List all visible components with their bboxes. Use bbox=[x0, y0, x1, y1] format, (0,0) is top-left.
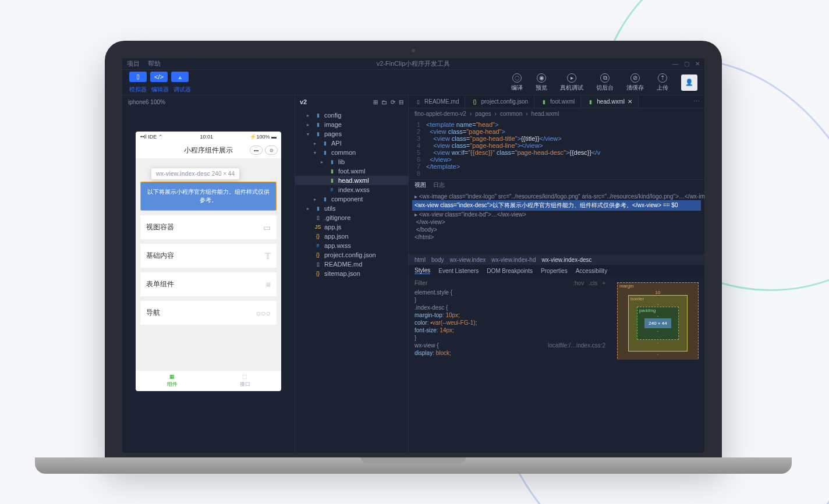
minimize-icon[interactable]: — bbox=[672, 61, 678, 67]
tree-item[interactable]: {}app.json bbox=[295, 232, 408, 241]
tree-item[interactable]: ▸▮lib bbox=[295, 157, 408, 166]
breadcrumb: fino-applet-demo-v2 › pages › common › h… bbox=[409, 108, 704, 119]
mode-simulator-button[interactable]: ▯ bbox=[129, 72, 147, 82]
maximize-icon[interactable]: ▢ bbox=[684, 61, 689, 67]
tree-item[interactable]: ▸▮image bbox=[295, 120, 408, 129]
mode-editor-button[interactable]: </> bbox=[150, 72, 168, 82]
nav-title: 小程序组件展示 bbox=[184, 145, 233, 155]
explorer-root[interactable]: v2 bbox=[300, 98, 307, 105]
selected-element[interactable]: 以下将展示小程序官方组件能力。组件样式仅供参考。 bbox=[140, 182, 277, 211]
status-signal: ••Il IDE ⌃ bbox=[140, 134, 163, 140]
avatar[interactable]: 👤 bbox=[681, 74, 697, 91]
dom-path-segment[interactable]: body bbox=[431, 257, 444, 263]
cls-toggle[interactable]: .cls bbox=[589, 280, 597, 286]
status-battery: ⚡100% ▬ bbox=[250, 134, 277, 140]
device-label: iphone6 100% bbox=[128, 99, 165, 105]
mode-label-debugger: 调试器 bbox=[173, 86, 191, 94]
editor-tabbar: ▯README.md{}project.config.json▮foot.wxm… bbox=[409, 95, 704, 108]
background-button[interactable]: ⧉切后台 bbox=[596, 73, 614, 92]
style-filter-input[interactable] bbox=[414, 280, 568, 286]
tab-close-icon[interactable]: ✕ bbox=[628, 98, 632, 105]
tree-item[interactable]: #app.wxss bbox=[295, 241, 408, 250]
mode-debugger-button[interactable]: ⟁ bbox=[171, 72, 189, 82]
editor-tab[interactable]: ▮head.wxml ✕ bbox=[581, 95, 639, 108]
tree-item[interactable]: ▾▮common bbox=[295, 148, 408, 157]
tree-item[interactable]: {}sitemap.json bbox=[295, 269, 408, 278]
tree-item[interactable]: JSapp.js bbox=[295, 222, 408, 232]
devtools-tab-elements[interactable]: 视图 bbox=[414, 181, 426, 189]
tree-item[interactable]: ▸▮config bbox=[295, 111, 408, 120]
box-model: margin 10 border - padding - 240 × 4 bbox=[611, 276, 704, 360]
dom-tree[interactable]: ▸ <wx-image class="index-logo" src="../r… bbox=[409, 190, 704, 254]
clear-cache-button[interactable]: ⊘清缓存 bbox=[626, 73, 644, 92]
refresh-icon[interactable]: ⟳ bbox=[391, 99, 395, 105]
preview-button[interactable]: ◉预览 bbox=[536, 73, 547, 92]
tree-item[interactable]: ▾▮pages bbox=[295, 129, 408, 139]
style-tab[interactable]: Styles bbox=[414, 267, 430, 274]
element-tooltip: wx-view.index-desc 240 × 44 bbox=[151, 168, 240, 180]
close-icon[interactable]: ✕ bbox=[695, 61, 700, 67]
remote-debug-button[interactable]: ▸真机调试 bbox=[560, 73, 583, 92]
phone-tab-1[interactable]: ⬚接口 bbox=[208, 371, 281, 391]
dom-path[interactable]: htmlbodywx-view.indexwx-view.index-hdwx-… bbox=[409, 254, 704, 265]
styles-panel[interactable]: :hov .cls + element.style {}.index-desc … bbox=[409, 276, 611, 360]
toolbar: ▯ </> ⟁ 模拟器 编辑器 调试器 ◌编译 ◉预览 ▸真机调试 ⧉切后台 bbox=[122, 70, 704, 95]
menu-project[interactable]: 项目 bbox=[127, 59, 140, 68]
mode-label-editor: 编辑器 bbox=[151, 86, 169, 94]
style-tab[interactable]: Properties bbox=[541, 268, 568, 274]
nav-more-button[interactable]: ••• bbox=[250, 145, 263, 155]
breadcrumb-segment[interactable]: fino-applet-demo-v2 bbox=[414, 111, 466, 117]
dom-path-segment[interactable]: wx-view.index-desc bbox=[541, 257, 591, 263]
menu-item-2[interactable]: 表单组件≡ bbox=[140, 272, 277, 296]
nav-close-button[interactable]: ⊙ bbox=[265, 145, 278, 155]
simulator-pane: iphone6 100% ••Il IDE ⌃ 10:01 ⚡100% ▬ 小程… bbox=[122, 95, 295, 453]
collapse-icon[interactable]: ⊟ bbox=[399, 99, 403, 105]
dom-path-segment[interactable]: wx-view.index-hd bbox=[491, 257, 536, 263]
menu-item-0[interactable]: 视图容器▭ bbox=[140, 215, 277, 239]
editor-tab[interactable]: ▯README.md bbox=[409, 95, 465, 108]
menu-item-3[interactable]: 导航○○○ bbox=[140, 301, 277, 325]
tree-item[interactable]: ▸▮API bbox=[295, 139, 408, 148]
menu-help[interactable]: 帮助 bbox=[148, 59, 161, 68]
devtools-tab-console[interactable]: 日志 bbox=[433, 181, 445, 189]
status-time: 10:01 bbox=[200, 134, 213, 140]
dom-path-segment[interactable]: wx-view.index bbox=[450, 257, 486, 263]
breadcrumb-segment[interactable]: pages bbox=[475, 111, 491, 117]
hov-toggle[interactable]: :hov bbox=[573, 280, 584, 286]
new-folder-icon[interactable]: 🗀 bbox=[381, 99, 387, 105]
tree-item[interactable]: #index.wxss bbox=[295, 185, 408, 194]
editor-tab[interactable]: ▮foot.wxml bbox=[534, 95, 581, 108]
add-rule-icon[interactable]: + bbox=[602, 280, 605, 286]
style-tab[interactable]: DOM Breakpoints bbox=[487, 268, 533, 274]
tree-item[interactable]: ▮foot.wxml bbox=[295, 166, 408, 176]
mode-label-simulator: 模拟器 bbox=[129, 86, 147, 94]
dom-path-segment[interactable]: html bbox=[414, 257, 426, 263]
tree-item[interactable]: {}project.config.json bbox=[295, 250, 408, 260]
devtools: 视图 日志 ▸ <wx-image class="index-logo" src… bbox=[409, 179, 704, 360]
file-explorer: v2 ⊞ 🗀 ⟳ ⊟ ▸▮config▸▮image▾▮pages▸▮API▾▮… bbox=[295, 95, 409, 453]
tree-item[interactable]: ▸▮utils bbox=[295, 204, 408, 213]
tab-overflow-icon[interactable]: ⋯ bbox=[689, 95, 704, 108]
style-tab[interactable]: Event Listeners bbox=[438, 268, 479, 274]
style-tab[interactable]: Accessibility bbox=[576, 268, 607, 274]
compile-button[interactable]: ◌编译 bbox=[511, 73, 523, 92]
app-window: 项目 帮助 v2-FinClip小程序开发工具 — ▢ ✕ ▯ </> ⟁ bbox=[122, 58, 704, 453]
tree-item[interactable]: ▸▮component bbox=[295, 194, 408, 204]
menu-item-1[interactable]: 基础内容𝕋 bbox=[140, 244, 277, 268]
editor-tab[interactable]: {}project.config.json bbox=[465, 95, 534, 108]
upload-button[interactable]: ⇡上传 bbox=[657, 73, 668, 92]
new-file-icon[interactable]: ⊞ bbox=[373, 99, 378, 105]
laptop-mockup: 项目 帮助 v2-FinClip小程序开发工具 — ▢ ✕ ▯ </> ⟁ bbox=[105, 41, 722, 460]
tree-item[interactable]: ▯README.md bbox=[295, 260, 408, 269]
menu-bar: 项目 帮助 v2-FinClip小程序开发工具 — ▢ ✕ bbox=[122, 58, 704, 70]
breadcrumb-segment[interactable]: head.wxml bbox=[532, 111, 559, 117]
phone-preview[interactable]: ••Il IDE ⌃ 10:01 ⚡100% ▬ 小程序组件展示 ••• ⊙ bbox=[136, 132, 281, 391]
code-editor[interactable]: 1<template name="head">2 <view class="pa… bbox=[409, 119, 704, 179]
tree-item[interactable]: ▮head.wxml bbox=[295, 176, 408, 185]
phone-tab-0[interactable]: ▦组件 bbox=[136, 371, 208, 391]
tree-item[interactable]: ▯.gitignore bbox=[295, 213, 408, 222]
breadcrumb-segment[interactable]: common bbox=[500, 111, 522, 117]
window-title: v2-FinClip小程序开发工具 bbox=[377, 59, 451, 68]
